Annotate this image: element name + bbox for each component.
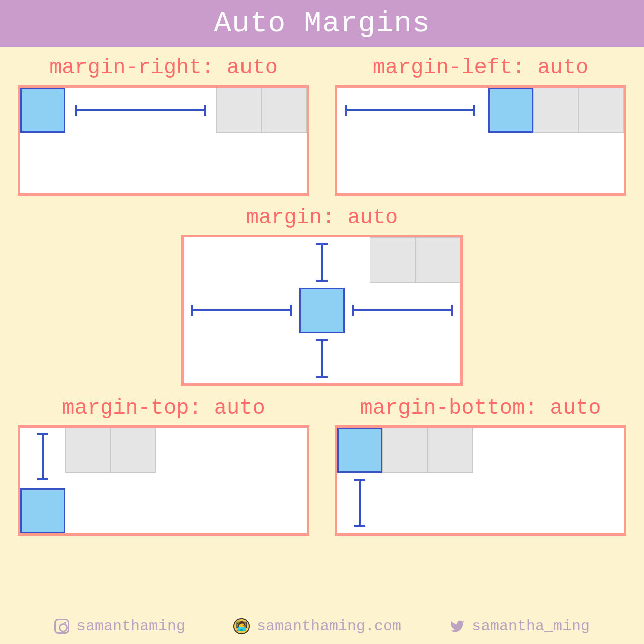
page-title: Auto Margins bbox=[0, 0, 644, 47]
row-top: margin-right: auto margin-left: auto bbox=[15, 56, 629, 196]
margin-arrow-right bbox=[75, 109, 206, 111]
target-box bbox=[20, 488, 65, 533]
container-margin-left bbox=[335, 85, 626, 196]
sibling-box bbox=[382, 428, 428, 473]
avatar-icon: 👩‍💻 bbox=[233, 618, 250, 634]
example-margin-left: margin-left: auto bbox=[332, 56, 629, 196]
footer: samanthaming 👩‍💻 samanthaming.com samant… bbox=[0, 612, 644, 644]
sibling-box bbox=[428, 428, 473, 473]
margin-arrow-left bbox=[191, 309, 292, 311]
label-margin-left: margin-left: auto bbox=[373, 56, 588, 80]
target-box bbox=[488, 88, 533, 133]
example-margin-all: margin: auto bbox=[181, 206, 463, 386]
container-margin-all bbox=[181, 235, 463, 386]
example-margin-top: margin-top: auto bbox=[15, 396, 312, 536]
footer-twitter: samantha_ming bbox=[450, 618, 590, 635]
footer-instagram: samanthaming bbox=[54, 618, 185, 635]
target-box bbox=[337, 428, 382, 473]
example-margin-right: margin-right: auto bbox=[15, 56, 312, 196]
row-bottom: margin-top: auto margin-bottom: auto bbox=[15, 396, 629, 536]
twitter-icon bbox=[450, 619, 465, 634]
margin-arrow-top bbox=[321, 243, 323, 282]
container-margin-bottom bbox=[335, 425, 626, 536]
sibling-box bbox=[370, 237, 415, 283]
target-box bbox=[299, 288, 345, 333]
label-margin-all: margin: auto bbox=[246, 206, 398, 230]
label-margin-bottom: margin-bottom: auto bbox=[360, 396, 601, 420]
margin-arrow-bottom bbox=[321, 339, 323, 378]
instagram-handle: samanthaming bbox=[76, 618, 185, 635]
sibling-box bbox=[216, 88, 262, 133]
sibling-box bbox=[65, 428, 111, 473]
container-margin-top bbox=[18, 425, 309, 536]
website-url: samanthaming.com bbox=[257, 618, 401, 635]
label-margin-top: margin-top: auto bbox=[62, 396, 265, 420]
sibling-box bbox=[111, 428, 156, 473]
margin-arrow-bottom bbox=[359, 479, 361, 527]
sibling-box bbox=[415, 237, 460, 283]
container-margin-right bbox=[18, 85, 309, 196]
twitter-handle: samantha_ming bbox=[472, 618, 590, 635]
target-box bbox=[20, 88, 65, 133]
sibling-box bbox=[533, 88, 579, 133]
label-margin-right: margin-right: auto bbox=[49, 56, 278, 80]
row-center: margin: auto bbox=[15, 206, 629, 386]
margin-arrow-top bbox=[42, 433, 44, 480]
margin-arrow-left bbox=[345, 109, 475, 111]
sibling-box bbox=[579, 88, 624, 133]
margin-arrow-right bbox=[352, 309, 453, 311]
example-margin-bottom: margin-bottom: auto bbox=[332, 396, 629, 536]
sibling-box bbox=[262, 88, 307, 133]
footer-website: 👩‍💻 samanthaming.com bbox=[233, 618, 401, 635]
content-area: margin-right: auto margin-left: auto mar… bbox=[0, 47, 644, 612]
instagram-icon bbox=[54, 619, 69, 634]
